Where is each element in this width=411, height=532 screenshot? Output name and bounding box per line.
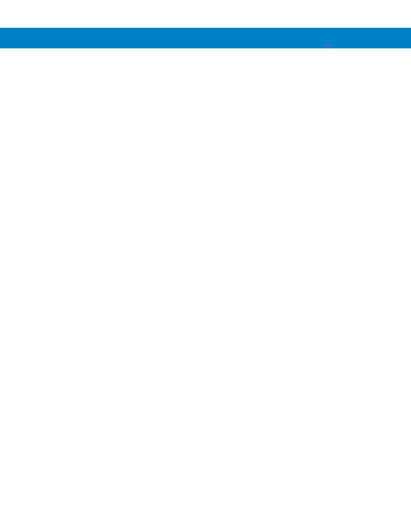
page-header-bar [0, 28, 411, 48]
